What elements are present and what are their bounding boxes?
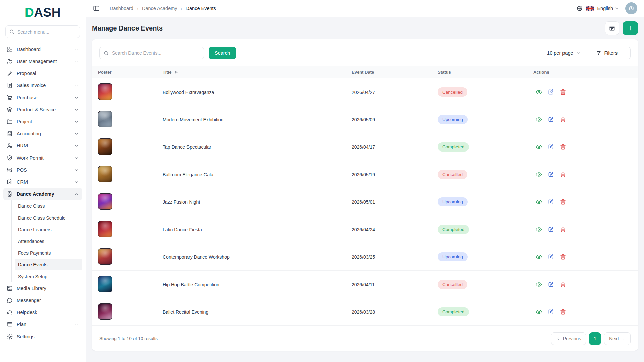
poster-thumbnail[interactable]	[98, 83, 112, 100]
credit-card-icon	[6, 321, 13, 328]
poster-thumbnail[interactable]	[98, 303, 112, 320]
poster-thumbnail[interactable]	[98, 138, 112, 155]
sidebar-item-system-setup[interactable]: System Setup	[15, 270, 82, 282]
sidebar-item-pos[interactable]: POS	[3, 164, 82, 176]
edit-icon[interactable]	[547, 308, 554, 315]
edit-icon[interactable]	[547, 198, 554, 205]
page-1-button[interactable]: 1	[589, 332, 601, 345]
previous-label: Previous	[563, 336, 581, 341]
sidebar-item-dance-learners[interactable]: Dance Learners	[15, 224, 82, 235]
event-date: 2026/05/01	[352, 199, 438, 205]
page-title: Manage Dance Events	[92, 24, 163, 32]
eye-icon[interactable]	[535, 281, 542, 288]
events-search-input[interactable]	[112, 50, 200, 56]
next-button[interactable]: Next	[604, 332, 631, 345]
trash-icon[interactable]	[559, 281, 567, 288]
sidebar-toggle-icon[interactable]	[93, 5, 100, 12]
sidebar-item-label: Product & Service	[17, 107, 70, 112]
edit-icon[interactable]	[547, 88, 554, 96]
sidebar-item-work-permit[interactable]: Work Permit	[3, 152, 82, 164]
sidebar-item-dashboard[interactable]: Dashboard	[3, 43, 82, 55]
sidebar-item-plan[interactable]: Plan	[3, 318, 82, 330]
chevron-down-icon	[576, 51, 581, 55]
table-body: Bollywood Extravaganza 2026/04/27 Cancel…	[92, 78, 638, 326]
trash-icon[interactable]	[559, 226, 567, 233]
edit-icon[interactable]	[547, 226, 554, 233]
poster-thumbnail[interactable]	[98, 166, 112, 182]
sidebar-item-dance-class[interactable]: Dance Class	[15, 200, 82, 212]
eye-icon[interactable]	[535, 116, 542, 123]
sidebar-item-settings[interactable]: Settings	[3, 330, 82, 343]
eye-icon[interactable]	[535, 88, 542, 96]
sidebar-item-attendances[interactable]: Attendances	[15, 235, 82, 247]
eye-icon[interactable]	[535, 226, 542, 233]
sidebar-item-purchase[interactable]: Purchase	[3, 92, 82, 104]
next-label: Next	[609, 336, 619, 341]
globe-icon[interactable]	[576, 5, 583, 12]
sidebar-item-proposal[interactable]: Proposal	[3, 67, 82, 79]
event-date: 2026/04/17	[352, 144, 438, 150]
sidebar-item-user-management[interactable]: User Management	[3, 55, 82, 67]
table-header: Poster Title Event Date Status Actions	[92, 66, 638, 78]
edit-icon[interactable]	[547, 281, 554, 288]
sidebar-item-hrm[interactable]: HRM	[3, 140, 82, 152]
trash-icon[interactable]	[559, 308, 567, 315]
sort-arrows-icon[interactable]	[174, 70, 179, 75]
sidebar-item-crm[interactable]: CRM	[3, 176, 82, 188]
per-page-select[interactable]: 10 per page	[542, 47, 586, 59]
avatar[interactable]	[625, 2, 637, 14]
sidebar-search[interactable]	[5, 25, 80, 38]
folder-icon	[6, 118, 13, 125]
chat-icon	[6, 297, 13, 304]
previous-button[interactable]: Previous	[551, 332, 586, 345]
per-page-label: 10 per page	[547, 50, 573, 56]
edit-icon[interactable]	[547, 253, 554, 260]
filters-button[interactable]: Filters	[591, 47, 631, 59]
sidebar-item-accounting[interactable]: Accounting	[3, 128, 82, 140]
breadcrumb-dashboard[interactable]: Dashboard	[110, 6, 133, 11]
sidebar-search-input[interactable]	[17, 29, 76, 35]
edit-icon[interactable]	[547, 116, 554, 123]
sidebar-item-dance-class-schedule[interactable]: Dance Class Schedule	[15, 212, 82, 224]
trash-icon[interactable]	[559, 171, 567, 178]
trash-icon[interactable]	[559, 198, 567, 205]
breadcrumb-dance-academy[interactable]: Dance Academy	[142, 6, 177, 11]
sidebar-item-project[interactable]: Project	[3, 116, 82, 128]
sidebar-item-media-library[interactable]: Media Library	[3, 282, 82, 294]
sidebar-item-dance-academy[interactable]: Dance Academy	[3, 188, 82, 200]
filters-label: Filters	[604, 50, 618, 56]
sidebar-item-fees-payments[interactable]: Fees Payments	[15, 247, 82, 259]
events-search[interactable]	[99, 47, 204, 59]
eye-icon[interactable]	[535, 253, 542, 260]
sidebar-item-product-service[interactable]: Product & Service	[3, 104, 82, 116]
trash-icon[interactable]	[559, 88, 567, 96]
language-selector[interactable]: English	[597, 6, 619, 11]
calendar-button[interactable]	[605, 21, 619, 35]
sidebar-item-sales-invoice[interactable]: Sales Invoice	[3, 79, 82, 92]
image-icon	[6, 285, 13, 292]
sidebar-item-label: POS	[17, 167, 70, 173]
eye-icon[interactable]	[535, 171, 542, 178]
sidebar-item-dance-events[interactable]: Dance Events	[15, 259, 82, 270]
edit-icon[interactable]	[547, 171, 554, 178]
search-button[interactable]: Search	[209, 47, 236, 59]
event-title: Modern Movement Exhibition	[163, 117, 352, 122]
poster-thumbnail[interactable]	[98, 248, 112, 265]
poster-thumbnail[interactable]	[98, 276, 112, 292]
sidebar-item-messenger[interactable]: Messenger	[3, 294, 82, 306]
breadcrumb-separator: ›	[181, 6, 182, 11]
add-event-button[interactable]	[623, 21, 638, 35]
edit-icon[interactable]	[547, 143, 554, 150]
eye-icon[interactable]	[535, 198, 542, 205]
trash-icon[interactable]	[559, 116, 567, 123]
eye-icon[interactable]	[535, 308, 542, 315]
sidebar-item-helpdesk[interactable]: Helpdesk	[3, 306, 82, 318]
poster-thumbnail[interactable]	[98, 193, 112, 210]
trash-icon[interactable]	[559, 253, 567, 260]
poster-thumbnail[interactable]	[98, 111, 112, 127]
eye-icon[interactable]	[535, 143, 542, 150]
sidebar-item-label: Sales Invoice	[17, 83, 70, 88]
trash-icon[interactable]	[559, 143, 567, 150]
poster-thumbnail[interactable]	[98, 221, 112, 237]
table-row: Ballroom Elegance Gala 2026/05/19 Cancel…	[92, 161, 638, 188]
